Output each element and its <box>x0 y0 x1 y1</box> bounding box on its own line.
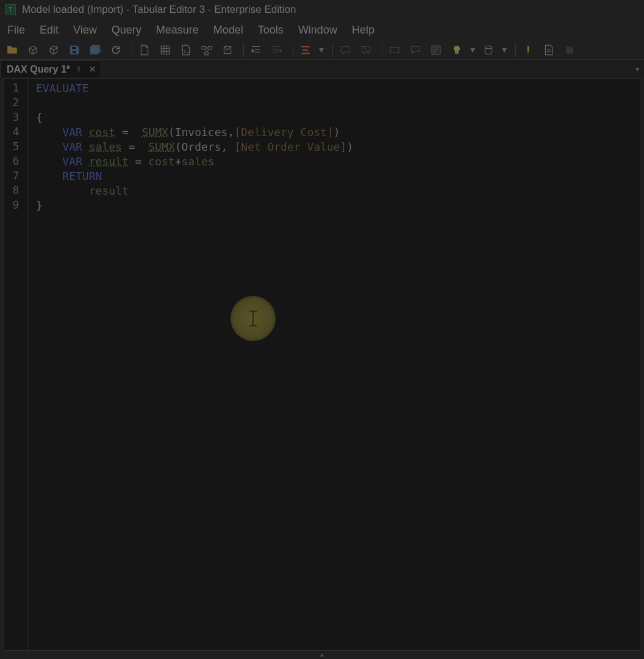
save-button[interactable] <box>66 42 83 58</box>
tab-dax-query[interactable]: DAX Query 1* ✕ <box>0 60 101 77</box>
new-script-button[interactable] <box>177 42 195 58</box>
toolbar-separator <box>382 43 382 57</box>
menu-model[interactable]: Model <box>206 21 251 39</box>
paren-close: ) <box>334 126 340 139</box>
cube-out-button[interactable] <box>24 42 41 58</box>
paren-open: ( <box>175 140 182 153</box>
new-diagram-button[interactable] <box>198 42 215 58</box>
line-number: 8 <box>4 184 27 198</box>
tabbar: DAX Query 1* ✕ ▼ <box>0 60 644 78</box>
equals: = <box>135 155 142 168</box>
paren-open: ( <box>168 126 175 139</box>
menu-window[interactable]: Window <box>291 21 345 39</box>
stop-button[interactable] <box>561 42 578 58</box>
keyword-var: VAR <box>62 155 82 168</box>
db-dropdown[interactable]: ▾ <box>501 44 508 56</box>
refresh-button[interactable] <box>107 42 124 58</box>
new-pivot-button[interactable] <box>219 42 236 58</box>
tab-label: DAX Query 1* <box>7 64 70 75</box>
table-invoices: Invoices <box>175 126 228 139</box>
line-number: 2 <box>4 96 27 110</box>
comment2-button[interactable] <box>407 42 424 58</box>
svg-rect-3 <box>202 46 206 49</box>
line-number: 5 <box>4 140 27 154</box>
warning-button[interactable] <box>520 42 537 58</box>
brace-close: } <box>36 199 43 212</box>
line-number: 3 <box>4 110 27 125</box>
svg-rect-0 <box>72 46 77 49</box>
toolbar-separator <box>515 43 516 57</box>
var-cost: cost <box>89 126 115 139</box>
outdent-button[interactable] <box>268 42 285 58</box>
pin-icon[interactable] <box>74 65 84 74</box>
titlebar: T Model loaded (Import) - Tabular Editor… <box>0 0 644 20</box>
menu-view[interactable]: View <box>66 21 104 39</box>
brace-open: { <box>36 111 43 124</box>
paren-close: ) <box>346 140 353 153</box>
line-number: 9 <box>4 198 27 213</box>
table-orders: Orders <box>181 140 221 153</box>
close-icon[interactable]: ✕ <box>87 65 97 74</box>
lightbulb-button[interactable] <box>448 42 465 58</box>
svg-rect-6 <box>390 47 399 52</box>
menu-tools[interactable]: Tools <box>251 21 291 39</box>
lightbulb-dropdown[interactable]: ▾ <box>469 44 476 56</box>
menu-edit[interactable]: Edit <box>32 21 66 39</box>
new-file-button[interactable] <box>136 42 153 58</box>
window-title: Model loaded (Import) - Tabular Editor 3… <box>22 4 296 16</box>
menu-query[interactable]: Query <box>104 21 149 39</box>
open-folder-button[interactable] <box>4 42 21 58</box>
tabbar-menu-icon[interactable]: ▼ <box>634 66 640 73</box>
save-all-button[interactable] <box>87 42 104 58</box>
svg-point-8 <box>454 46 460 51</box>
svg-rect-1 <box>73 51 77 54</box>
doc-button[interactable] <box>540 42 557 58</box>
svg-point-10 <box>485 46 492 49</box>
app-icon: T <box>5 4 16 15</box>
new-table-button[interactable] <box>157 42 174 58</box>
ref-sales: sales <box>181 155 214 168</box>
toolbar-separator <box>132 43 132 57</box>
bottom-panel-expander[interactable]: ▲ <box>4 650 640 658</box>
keyword-var: VAR <box>62 140 82 153</box>
svg-rect-4 <box>208 46 212 49</box>
uncomment-button[interactable] <box>357 42 374 58</box>
code-editor[interactable]: 1 2 3 4 5 6 7 8 9 EVALUATE { VAR cost = … <box>4 78 640 650</box>
cube-in-button[interactable] <box>45 42 62 58</box>
rect-button[interactable] <box>386 42 403 58</box>
ref-result: result <box>89 184 129 197</box>
indent-button[interactable] <box>248 42 265 58</box>
toolbar-separator <box>243 43 244 57</box>
plus: + <box>175 155 182 168</box>
format-button[interactable] <box>297 42 314 58</box>
svg-rect-2 <box>161 46 170 54</box>
keyword-var: VAR <box>62 126 82 139</box>
menu-file[interactable]: File <box>4 21 32 39</box>
equals: = <box>122 126 129 139</box>
menubar: File Edit View Query Measure Model Tools… <box>0 20 644 40</box>
keyword-return: RETURN <box>62 170 102 182</box>
db-button[interactable] <box>480 42 497 58</box>
var-result: result <box>89 155 129 168</box>
line-number: 6 <box>4 154 27 169</box>
comma: , <box>221 140 228 153</box>
keyword-evaluate: EVALUATE <box>36 82 89 95</box>
col-delivery-cost: [Delivery Cost] <box>234 126 334 139</box>
line-number: 4 <box>4 125 27 140</box>
comma: , <box>227 126 234 139</box>
fn-sumx: SUMX <box>141 126 168 139</box>
format-dropdown[interactable]: ▾ <box>318 44 325 56</box>
toolbar-separator <box>332 43 333 57</box>
form-button[interactable] <box>428 42 445 58</box>
equals: = <box>129 140 135 153</box>
menu-measure[interactable]: Measure <box>149 21 206 39</box>
ref-cost: cost <box>148 155 174 168</box>
menu-help[interactable]: Help <box>345 21 382 39</box>
fn-sumx: SUMX <box>148 140 174 153</box>
comment-button[interactable] <box>337 42 354 58</box>
toolbar: ▾ ▾ ▾ <box>0 40 644 60</box>
svg-rect-11 <box>566 46 573 53</box>
line-number-gutter: 1 2 3 4 5 6 7 8 9 <box>4 79 29 650</box>
code-area[interactable]: EVALUATE { VAR cost = SUMX(Invoices,[Del… <box>29 79 640 650</box>
toolbar-separator <box>293 43 293 57</box>
